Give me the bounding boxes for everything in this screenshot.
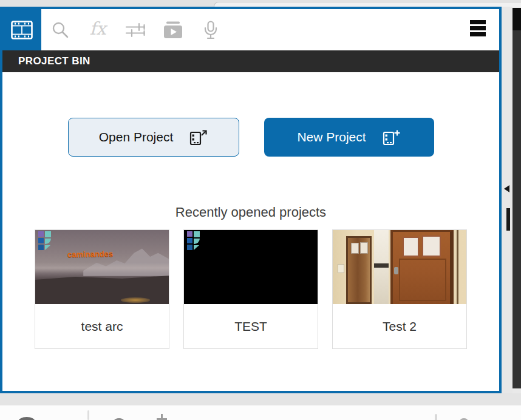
tab-effects[interactable]: fx [79,9,117,50]
vertical-scrollbar-thumb[interactable] [506,208,510,231]
search-icon [52,21,69,38]
toolbar-divider [435,414,437,420]
lake-glow [121,297,150,303]
project-thumbnail-door [333,230,466,304]
sliders-icon [125,21,146,38]
publish-video-icon [163,21,183,39]
thumbnail-title-text: caminandes [67,249,113,259]
new-project-button[interactable]: New Project [264,118,434,157]
app-logo-badge [187,231,202,251]
light-switch [338,264,344,273]
adjacent-dark-panel-edge [512,8,521,388]
panel-splitter-gutter [502,7,512,393]
window-top-edge [0,0,521,7]
project-thumbnail-black [184,230,318,304]
project-bin-panel: fx [0,7,502,393]
partial-add-icon[interactable] [157,414,167,420]
main-toolbar: fx [2,9,499,50]
project-name: Test 2 [333,304,466,349]
project-name: TEST [184,304,318,349]
new-project-icon [382,128,401,147]
cloud-haze [35,263,169,273]
new-project-label: New Project [297,130,366,144]
collapse-panel-arrow-icon[interactable] [504,185,509,192]
hamburger-menu-icon[interactable] [470,20,486,36]
panel-title: PROJECT BIN [2,50,499,72]
recent-project-card[interactable]: TEST [183,229,318,349]
project-actions-row: Open Project New Project [2,118,499,157]
tab-publish[interactable] [154,9,192,50]
bottom-divider-strip [0,393,521,405]
project-thumbnail-caminandes: caminandes [35,230,169,304]
doorway-band [374,263,389,268]
microphone-icon [204,21,217,39]
lower-toolbar-partial [0,405,521,420]
adjacent-panel-header-edge [512,8,521,30]
film-strip-icon [11,21,33,39]
tab-adjustments[interactable] [117,9,154,50]
tab-search[interactable] [41,9,79,50]
wooden-door [390,230,454,304]
recent-projects-heading: Recently opened projects [2,204,499,220]
fx-icon: fx [89,20,106,38]
open-project-icon [189,128,208,147]
mirror [346,236,372,304]
open-project-label: Open Project [99,130,174,144]
open-project-button[interactable]: Open Project [68,118,239,157]
recent-projects-row: caminandes test arc TEST [2,229,499,349]
door-handle [394,267,398,274]
project-bin-content: Open Project New Project [2,118,499,349]
tab-voiceover[interactable] [192,9,230,50]
recent-project-card[interactable]: caminandes test arc [35,229,169,349]
app-logo-badge [38,231,53,251]
recent-project-card[interactable]: Test 2 [332,229,467,349]
wall-crease [457,230,458,304]
tab-project-bin[interactable] [2,9,41,50]
toolbar-divider [87,410,89,420]
project-name: test arc [35,304,169,349]
partial-icon[interactable] [18,417,35,420]
